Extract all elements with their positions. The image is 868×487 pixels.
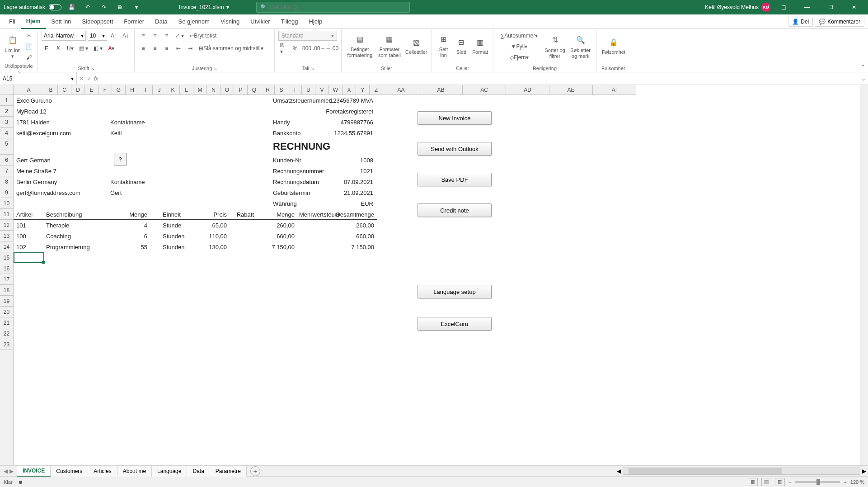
col-header-S[interactable]: S — [275, 85, 288, 95]
fx-icon[interactable]: fx — [94, 76, 98, 82]
cell-content[interactable]: Gert — [108, 187, 123, 198]
fill-button[interactable]: ▼ Fyll ▾ — [497, 42, 541, 52]
indent-decrease-icon[interactable]: ⇤ — [174, 43, 183, 53]
hscroll-thumb[interactable] — [629, 468, 782, 474]
row-header-15[interactable]: 15 — [0, 252, 13, 263]
collapse-ribbon-icon[interactable]: ⌃ — [861, 64, 865, 70]
cell-content[interactable]: MyRoad 12 — [14, 106, 48, 117]
col-header-K[interactable]: K — [166, 85, 180, 95]
cell-content[interactable]: 100 — [14, 231, 28, 241]
col-header-F[interactable]: F — [99, 85, 112, 95]
zoom-out-icon[interactable]: − — [788, 479, 791, 485]
export-icon[interactable]: 🗎 — [114, 1, 127, 14]
sheet-tab-language[interactable]: Language — [152, 466, 187, 477]
row-header-22[interactable]: 22 — [0, 328, 13, 339]
cell-content[interactable]: Rechnungsdatum — [271, 176, 321, 187]
col-header-H[interactable]: H — [126, 85, 139, 95]
bold-button[interactable]: F — [42, 43, 52, 53]
cell-content[interactable]: 123456789 MVA — [330, 95, 375, 106]
row-header-8[interactable]: 8 — [0, 176, 13, 187]
cell-content[interactable]: 260,00 — [271, 220, 296, 231]
page-layout-view-icon[interactable]: ▤ — [761, 478, 771, 486]
col-header-AE[interactable]: AE — [549, 85, 593, 95]
formula-input[interactable] — [101, 72, 859, 85]
col-header-X[interactable]: X — [343, 85, 356, 95]
cell-content[interactable]: 660,00 — [338, 231, 376, 241]
hscroll-left-icon[interactable]: ◀ — [615, 468, 623, 474]
col-header-L[interactable]: L — [180, 85, 193, 95]
col-header-M[interactable]: M — [193, 85, 207, 95]
cell-content[interactable]: 6 — [130, 231, 149, 241]
sort-filter-button[interactable]: ⇅Sorter og filtrer — [543, 32, 567, 61]
cell-content[interactable]: Coaching — [44, 231, 73, 241]
font-dialog-launcher[interactable]: ↘ — [91, 66, 94, 71]
font-size-select[interactable]: 10▾ — [88, 31, 107, 41]
col-header-N[interactable]: N — [207, 85, 221, 95]
wrap-text-button[interactable]: ↩ Bryt tekst — [188, 31, 218, 41]
ribbon-tab-tillegg[interactable]: Tillegg — [276, 14, 304, 29]
col-header-J[interactable]: J — [153, 85, 166, 95]
cell-content[interactable]: 260,00 — [338, 220, 376, 231]
col-header-Z[interactable]: Z — [370, 85, 383, 95]
increase-decimal-icon[interactable]: .00→ — [314, 43, 325, 53]
ribbon-tab-se-gjennom[interactable]: Se gjennom — [173, 14, 215, 29]
qat-more-icon[interactable]: ▾ — [130, 1, 143, 14]
cell-content[interactable]: EUR — [330, 198, 375, 209]
align-left-icon[interactable]: ≡ — [138, 43, 148, 53]
clipboard-dialog-launcher[interactable]: ↘ — [17, 69, 21, 74]
page-break-view-icon[interactable]: ▥ — [775, 478, 785, 486]
format-painter-icon[interactable]: 🖌 — [23, 52, 34, 62]
row-header-6[interactable]: 6 — [0, 155, 13, 165]
cell-content[interactable]: Kontaktname — [108, 176, 147, 187]
increase-font-icon[interactable]: A↑ — [109, 31, 119, 41]
accounting-format-icon[interactable]: ₪ ▾ — [278, 43, 288, 53]
orientation-icon[interactable]: ⤢ ▾ — [174, 31, 186, 41]
number-dialog-launcher[interactable]: ↘ — [310, 66, 314, 71]
ribbon-tab-hjem[interactable]: Hjem — [21, 14, 46, 29]
row-header-18[interactable]: 18 — [0, 285, 13, 296]
add-sheet-button[interactable]: + — [250, 466, 260, 476]
expand-formula-bar-icon[interactable]: ⌄ — [859, 76, 868, 82]
sheet-tab-parametre[interactable]: Parametre — [210, 466, 247, 477]
insert-cells-button[interactable]: ⊞Sett inn — [436, 31, 451, 61]
cell-content[interactable]: 55 — [130, 241, 149, 252]
col-header-T[interactable]: T — [288, 85, 302, 95]
cell-content[interactable]: 7 150,00 — [271, 241, 296, 252]
row-header-16[interactable]: 16 — [0, 263, 13, 274]
row-header-2[interactable]: 2 — [0, 106, 13, 117]
cell-content[interactable]: Beschreibung — [44, 209, 84, 220]
sheet-tab-articles[interactable]: Articles — [88, 466, 117, 477]
col-header-R[interactable]: R — [261, 85, 275, 95]
row-header-17[interactable]: 17 — [0, 274, 13, 285]
paste-button[interactable]: 📋 Lim inn ▾ — [4, 32, 22, 61]
format-cells-button[interactable]: ▥Format — [471, 31, 489, 61]
zoom-level[interactable]: 120 % — [850, 479, 864, 485]
col-header-D[interactable]: D — [71, 85, 85, 95]
col-header-B[interactable]: B — [44, 85, 58, 95]
user-avatar[interactable]: KØ — [761, 3, 770, 12]
comma-format-icon[interactable]: 000 — [302, 43, 312, 53]
ribbon-tab-sideoppsett[interactable]: Sideoppsett — [77, 14, 119, 29]
cell-content[interactable]: 130,00 — [208, 241, 229, 252]
cell-content[interactable]: Umsatzsteuernummer — [271, 95, 333, 106]
align-middle-icon[interactable]: ≡ — [150, 31, 160, 41]
row-header-19[interactable]: 19 — [0, 296, 13, 307]
cell-content[interactable]: 65,00 — [208, 220, 229, 231]
macro-record-icon[interactable]: ⏺ — [18, 479, 23, 485]
ribbon-tab-hjelp[interactable]: Hjelp — [304, 14, 328, 29]
cell-content[interactable]: Währung — [271, 198, 299, 209]
col-header-P[interactable]: P — [234, 85, 248, 95]
cell-content[interactable]: ExcelGuru.no — [14, 95, 54, 106]
comments-button[interactable]: 💬 Kommentarer — [815, 17, 864, 27]
percent-format-icon[interactable]: % — [290, 43, 300, 53]
row-header-4[interactable]: 4 — [0, 128, 13, 138]
row-header-21[interactable]: 21 — [0, 317, 13, 328]
col-header-Q[interactable]: Q — [248, 85, 261, 95]
alignment-dialog-launcher[interactable]: ↘ — [213, 66, 217, 71]
cell-content[interactable]: Gesamtmenge — [338, 209, 376, 220]
ribbon-tab-sett-inn[interactable]: Sett inn — [46, 14, 77, 29]
ribbon-mode-icon[interactable]: ▢ — [773, 0, 794, 14]
macro-button-excelguru[interactable]: ExcelGuru — [418, 317, 492, 331]
redo-icon[interactable]: ↷ — [98, 1, 110, 14]
autosave-toggle[interactable] — [49, 4, 61, 10]
